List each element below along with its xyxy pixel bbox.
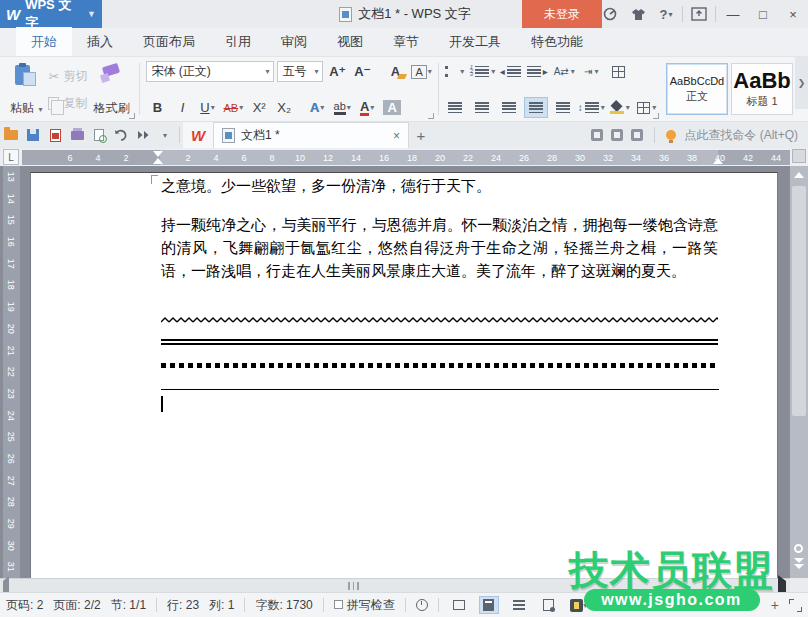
- format-painter-button[interactable]: 格式刷: [89, 61, 133, 119]
- character-shading-button[interactable]: A: [381, 97, 403, 118]
- font-name-select[interactable]: 宋体 (正文)▾: [146, 61, 274, 82]
- superscript-button[interactable]: X²: [248, 97, 270, 118]
- style-card[interactable]: AaBbCcDd 正文: [666, 63, 728, 115]
- font-color-button[interactable]: A▾: [356, 97, 378, 118]
- wps-home-tab[interactable]: W: [183, 122, 213, 148]
- history-icon[interactable]: [416, 599, 428, 611]
- print-preview-button[interactable]: [88, 125, 110, 145]
- command-search-hint[interactable]: 点此查找命令 (Alt+Q): [684, 127, 798, 144]
- ribbon-tab[interactable]: 视图: [322, 27, 378, 56]
- align-left-button[interactable]: [443, 97, 467, 118]
- line-spacing-button[interactable]: ↕▾: [578, 97, 605, 118]
- status-word-count[interactable]: 字数: 1730: [255, 597, 312, 614]
- right-indent-marker[interactable]: [713, 158, 723, 164]
- feedback-icon[interactable]: [598, 3, 622, 25]
- text-direction-button[interactable]: A⇄▾: [552, 61, 576, 82]
- copy-button[interactable]: 复制: [48, 94, 87, 114]
- ribbon-tab[interactable]: 插入: [72, 27, 128, 56]
- bold-button[interactable]: B: [146, 97, 168, 118]
- document-page[interactable]: 之意境。少一些欲望，多一份清净，德行于天下。 持一颗纯净之心，与美丽平行，与恩德…: [30, 172, 778, 578]
- ribbon-tab[interactable]: 章节: [378, 27, 434, 56]
- decrease-indent-button[interactable]: ◂: [498, 61, 522, 82]
- first-line-indent-marker[interactable]: [153, 151, 163, 157]
- styles-more-button[interactable]: ❯: [795, 57, 808, 109]
- style-card[interactable]: AaBb 标题 1: [731, 63, 793, 115]
- fullscreen-view-button[interactable]: [449, 596, 469, 614]
- font-size-select[interactable]: 五号▾: [277, 61, 323, 82]
- new-tab-button[interactable]: +: [409, 124, 433, 146]
- open-button[interactable]: [0, 125, 22, 145]
- hanging-indent-marker[interactable]: [153, 158, 163, 164]
- strikethrough-button[interactable]: AB▾: [221, 97, 245, 118]
- ribbon-tab[interactable]: 引用: [210, 27, 266, 56]
- scroll-up-button[interactable]: [790, 168, 808, 182]
- enclose-character-button[interactable]: A▾: [409, 61, 433, 82]
- italic-button[interactable]: I: [171, 97, 193, 118]
- undo-button[interactable]: [110, 125, 132, 145]
- tab-selector-button[interactable]: L: [3, 149, 19, 165]
- customize-toolbar-button[interactable]: ▾: [154, 125, 176, 145]
- underline-button[interactable]: U▾: [196, 97, 218, 118]
- ribbon-tab[interactable]: 开发工具: [434, 27, 516, 56]
- ruler-number: 27: [1, 472, 23, 489]
- highlight-button[interactable]: ab▾: [331, 97, 353, 118]
- print-button[interactable]: [66, 125, 88, 145]
- cut-button[interactable]: ✂ 剪切: [48, 67, 87, 87]
- subscript-button[interactable]: X₂: [273, 97, 295, 118]
- numbered-list-button[interactable]: 123▾: [470, 61, 495, 82]
- minimize-button[interactable]: —: [720, 3, 746, 25]
- ribbon-tab[interactable]: 开始: [16, 27, 72, 56]
- workspace-icon[interactable]: [591, 129, 603, 141]
- align-center-button[interactable]: [470, 97, 494, 118]
- paragraph-text[interactable]: 之意境。少一些欲望，多一份清净，德行于天下。: [161, 175, 721, 198]
- collapse-ribbon-icon[interactable]: [687, 3, 711, 25]
- paste-button[interactable]: 粘贴 ▾: [6, 61, 46, 119]
- export-pdf-button[interactable]: [44, 125, 66, 145]
- scrollbar-thumb[interactable]: [348, 582, 359, 590]
- login-button[interactable]: 未登录: [522, 0, 602, 28]
- fit-window-button[interactable]: [789, 599, 802, 612]
- increase-indent-button[interactable]: ▸: [525, 61, 549, 82]
- align-right-button[interactable]: [497, 97, 521, 118]
- help-button[interactable]: ?▾: [654, 3, 678, 25]
- document-tab[interactable]: 文档1 * ×: [213, 122, 409, 148]
- document-icon: [339, 7, 352, 22]
- select-browse-object-button[interactable]: [794, 544, 803, 553]
- spell-check-toggle[interactable]: 拼写检查: [334, 597, 395, 614]
- shrink-font-button[interactable]: A⁻: [351, 61, 373, 82]
- shading-button[interactable]: ▾: [608, 97, 632, 118]
- close-tab-icon[interactable]: ×: [393, 129, 400, 143]
- app-menu-button[interactable]: W WPS 文字 ▼: [0, 0, 102, 28]
- distribute-button[interactable]: [551, 97, 575, 118]
- web-view-button[interactable]: [539, 596, 559, 614]
- ribbon-tab[interactable]: 审阅: [266, 27, 322, 56]
- vertical-ruler[interactable]: 13141516171819202122232425262728293031: [3, 166, 20, 578]
- bullet-list-button[interactable]: ▾: [443, 61, 467, 82]
- ribbon-tab[interactable]: 页面布局: [128, 27, 210, 56]
- ribbon-tab[interactable]: 特色功能: [516, 27, 598, 56]
- maximize-button[interactable]: □: [750, 3, 776, 25]
- scrollbar-thumb[interactable]: [792, 186, 806, 416]
- dialog-launcher-icon[interactable]: [129, 113, 135, 119]
- clear-format-button[interactable]: A: [384, 61, 406, 82]
- cloud-icon[interactable]: [611, 129, 623, 141]
- save-button[interactable]: [22, 125, 44, 145]
- dialog-launcher-icon[interactable]: [653, 113, 659, 119]
- paragraph-text[interactable]: 持一颗纯净之心，与美丽平行，与恩德并肩。怀一颗淡泊之情，拥抱每一缕饱含诗意的清风…: [161, 214, 718, 283]
- insert-table-button[interactable]: [606, 61, 630, 82]
- justify-button[interactable]: [524, 97, 548, 118]
- more-tools-icon[interactable]: [631, 129, 643, 141]
- text-effects-button[interactable]: A▾: [306, 97, 328, 118]
- ruler-toggle-icon[interactable]: [792, 149, 806, 163]
- page-view-button[interactable]: [479, 596, 499, 614]
- skin-theme-icon[interactable]: [626, 3, 650, 25]
- dialog-launcher-icon[interactable]: [428, 113, 434, 119]
- close-button[interactable]: ×: [780, 3, 806, 25]
- horizontal-ruler[interactable]: L 642 2468101214161820222426283032343638…: [0, 148, 808, 166]
- grow-font-button[interactable]: A⁺: [326, 61, 348, 82]
- asian-layout-button[interactable]: ⇥▾: [579, 61, 603, 82]
- outline-view-button[interactable]: [509, 596, 529, 614]
- redo-button[interactable]: [132, 125, 154, 145]
- vertical-scrollbar[interactable]: [790, 166, 808, 578]
- next-page-button[interactable]: [794, 558, 804, 569]
